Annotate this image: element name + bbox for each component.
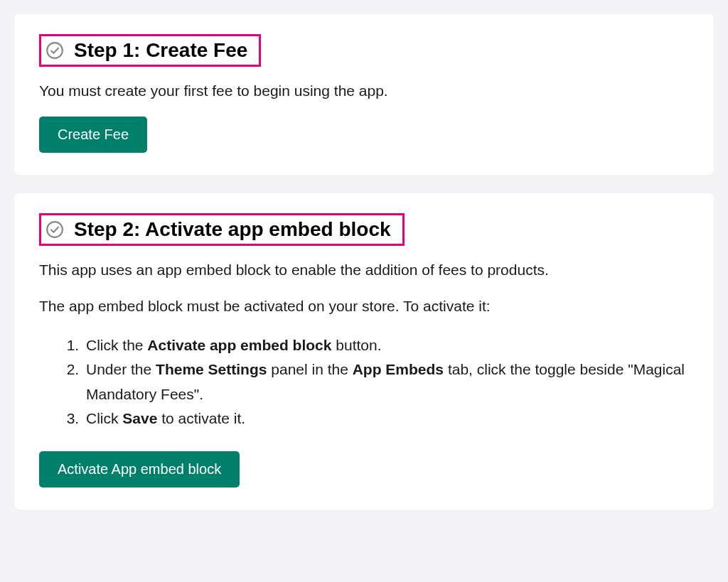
instruction-item-3: Click Save to activate it. [83, 406, 689, 431]
step-1-title: Step 1: Create Fee [74, 39, 247, 62]
step-2-title: Step 2: Activate app embed block [74, 218, 391, 241]
activate-app-embed-button[interactable]: Activate App embed block [39, 451, 240, 487]
check-circle-icon [46, 220, 64, 239]
step-1-card: Step 1: Create Fee You must create your … [14, 14, 714, 176]
step-2-description-1: This app uses an app embed block to enab… [39, 259, 689, 281]
instruction-item-2: Under the Theme Settings panel in the Ap… [83, 357, 689, 406]
svg-point-1 [47, 222, 63, 237]
step-2-instructions-list: Click the Activate app embed block butto… [39, 333, 689, 432]
step-2-card: Step 2: Activate app embed block This ap… [14, 193, 714, 511]
create-fee-button[interactable]: Create Fee [39, 117, 147, 153]
step-2-heading-highlight: Step 2: Activate app embed block [39, 213, 405, 246]
check-circle-icon [46, 41, 64, 60]
step-2-description-2: The app embed block must be activated on… [39, 295, 689, 318]
instruction-item-1: Click the Activate app embed block butto… [83, 333, 689, 358]
svg-point-0 [47, 43, 63, 58]
step-1-description: You must create your first fee to begin … [39, 80, 689, 102]
step-1-heading-highlight: Step 1: Create Fee [39, 34, 261, 67]
